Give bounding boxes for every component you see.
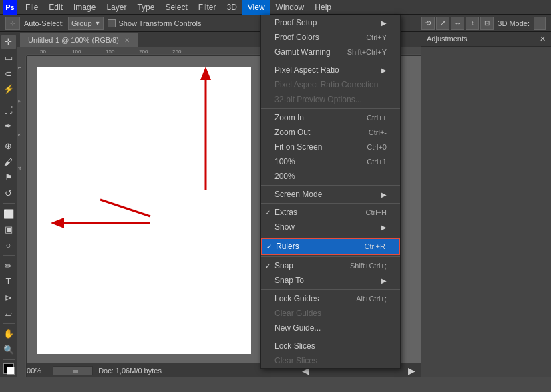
eraser-tool[interactable]: ⬜ xyxy=(1,206,16,221)
3d-mode-btn[interactable] xyxy=(534,17,546,30)
zoom-slider[interactable] xyxy=(53,366,93,375)
menu-200percent[interactable]: 200% xyxy=(261,169,400,184)
sep-3 xyxy=(261,185,400,186)
ruler-corner xyxy=(17,47,27,56)
svg-text:3: 3 xyxy=(17,133,23,136)
healing-brush-tool[interactable]: ⊕ xyxy=(1,139,16,154)
rulers-shortcut: Ctrl+R xyxy=(365,242,385,250)
menu-fit-screen[interactable]: Fit on Screen Ctrl+0 xyxy=(261,140,400,154)
dodge-tool[interactable]: ○ xyxy=(1,238,16,253)
status-sep xyxy=(47,366,47,375)
zoom-tool[interactable]: 🔍 xyxy=(1,342,16,357)
marquee-tool[interactable]: ▭ xyxy=(1,51,16,65)
sep-1 xyxy=(261,61,400,61)
3d-icon-2[interactable]: ⤢ xyxy=(436,17,449,30)
eyedropper-tool[interactable]: ✒ xyxy=(1,118,16,133)
menu-100percent[interactable]: 100% Ctrl+1 xyxy=(261,154,400,169)
menu-3d[interactable]: 3D xyxy=(221,0,242,15)
pixel-aspect-ratio-arrow: ▶ xyxy=(381,67,387,74)
close-tab-icon[interactable]: ✕ xyxy=(124,37,130,44)
tool-sep-1 xyxy=(3,100,15,100)
gradient-tool[interactable]: ▣ xyxy=(1,222,16,237)
menu-gamut-warning[interactable]: Gamut Warning Shift+Ctrl+Y xyxy=(261,45,400,59)
menu-filter[interactable]: Filter xyxy=(193,0,222,15)
type-tool[interactable]: T xyxy=(1,274,16,289)
menu-help[interactable]: Help xyxy=(309,0,337,15)
3d-icon-5[interactable]: ⊡ xyxy=(480,17,494,30)
ruler-left-svg: 1 2 3 4 xyxy=(17,47,27,377)
sep-8 xyxy=(261,337,400,337)
svg-text:200: 200 xyxy=(139,49,148,55)
crop-tool[interactable]: ⛶ xyxy=(1,103,16,118)
move-tool[interactable]: ✛ xyxy=(1,35,16,49)
auto-select-label: Auto-Select: xyxy=(24,19,64,27)
toolbar: ✛ ▭ ⊂ ⚡ ⛶ ✒ ⊕ 🖌 ⚑ ↺ ⬜ ▣ ○ ✏ T ⊳ ▱ ✋ 🔍 xyxy=(0,32,17,377)
menu-snap-to[interactable]: Snap To ▶ xyxy=(261,273,400,288)
sep-4 xyxy=(261,203,400,204)
3d-icon-4[interactable]: ↕ xyxy=(466,17,479,30)
menu-select[interactable]: Select xyxy=(160,0,192,15)
proof-setup-arrow: ▶ xyxy=(381,19,387,27)
tool-sep-6 xyxy=(3,359,15,360)
menu-type[interactable]: Type xyxy=(132,0,160,15)
svg-text:1: 1 xyxy=(17,66,23,69)
3d-icon-1[interactable]: ⟲ xyxy=(421,17,435,30)
sep-7 xyxy=(261,289,400,290)
svg-text:150: 150 xyxy=(106,49,115,55)
menu-lock-guides[interactable]: Lock Guides Alt+Ctrl+; xyxy=(261,291,400,306)
menu-proof-colors[interactable]: Proof Colors Ctrl+Y xyxy=(261,30,400,45)
scroll-right-icon[interactable]: ▶ xyxy=(408,365,415,376)
menu-zoom-in[interactable]: Zoom In Ctrl++ xyxy=(261,110,400,125)
shape-tool[interactable]: ▱ xyxy=(1,306,16,321)
lasso-tool[interactable]: ⊂ xyxy=(1,66,16,81)
menu-32bit-preview: 32-bit Preview Options... xyxy=(261,92,400,107)
menu-window[interactable]: Window xyxy=(270,0,310,15)
panel-close[interactable]: ✕ xyxy=(540,35,546,43)
sep-6 xyxy=(261,256,400,257)
hand-tool[interactable]: ✋ xyxy=(1,327,16,341)
tool-sep-5 xyxy=(3,323,15,324)
menu-extras[interactable]: Extras Ctrl+H xyxy=(261,205,400,220)
menu-screen-mode[interactable]: Screen Mode ▶ xyxy=(261,187,400,202)
menu-proof-setup[interactable]: Proof Setup ▶ xyxy=(261,15,400,30)
menu-pixel-aspect-ratio[interactable]: Pixel Aspect Ratio ▶ xyxy=(261,63,400,77)
clone-stamp-tool[interactable]: ⚑ xyxy=(1,170,16,185)
transform-checkbox-box[interactable] xyxy=(108,19,116,27)
show-transform-checkbox[interactable]: Show Transform Controls xyxy=(108,19,201,27)
menu-show[interactable]: Show ▶ xyxy=(261,220,400,234)
foreground-color[interactable] xyxy=(3,363,14,374)
svg-text:4: 4 xyxy=(17,166,23,170)
3d-icon-3[interactable]: ↔ xyxy=(451,17,464,30)
magic-wand-tool[interactable]: ⚡ xyxy=(1,82,16,97)
doc-info: Doc: 1,06M/0 bytes xyxy=(98,367,162,375)
pen-tool[interactable]: ✏ xyxy=(1,258,16,273)
menu-edit[interactable]: Edit xyxy=(43,0,68,15)
menu-new-guide[interactable]: New Guide... xyxy=(261,321,400,335)
show-arrow: ▶ xyxy=(381,224,387,231)
document-tab[interactable]: Untitled-1 @ 100% (RGB/8) ✕ xyxy=(20,33,138,47)
right-panels: Adjustments ✕ xyxy=(421,32,551,377)
tab-title: Untitled-1 @ 100% (RGB/8) xyxy=(28,36,119,44)
menu-clear-guides: Clear Guides xyxy=(261,306,400,321)
menu-lock-slices[interactable]: Lock Slices xyxy=(261,339,400,353)
brush-tool[interactable]: 🖌 xyxy=(1,154,16,169)
svg-text:50: 50 xyxy=(40,49,46,55)
canvas-document xyxy=(37,67,251,354)
menu-zoom-out[interactable]: Zoom Out Ctrl+- xyxy=(261,125,400,140)
svg-text:2: 2 xyxy=(17,100,23,103)
menu-snap[interactable]: Snap Shift+Ctrl+; xyxy=(261,258,400,273)
menu-file[interactable]: File xyxy=(20,0,43,15)
move-tool-options[interactable]: ⊹ xyxy=(5,17,20,30)
screen-mode-arrow: ▶ xyxy=(381,191,387,198)
menu-layer[interactable]: Layer xyxy=(101,0,132,15)
menu-image[interactable]: Image xyxy=(68,0,101,15)
zoom-thumb[interactable] xyxy=(73,370,78,373)
background-color[interactable] xyxy=(7,367,15,375)
menu-clear-slices: Clear Slices xyxy=(261,353,400,368)
3d-mode-label: 3D Mode: xyxy=(498,19,530,27)
auto-select-dropdown[interactable]: Group ▼ xyxy=(68,17,104,30)
menu-view[interactable]: View xyxy=(242,0,270,15)
path-select-tool[interactable]: ⊳ xyxy=(1,290,16,305)
history-brush-tool[interactable]: ↺ xyxy=(1,186,16,201)
menu-rulers[interactable]: Rulers Ctrl+R xyxy=(261,238,400,255)
